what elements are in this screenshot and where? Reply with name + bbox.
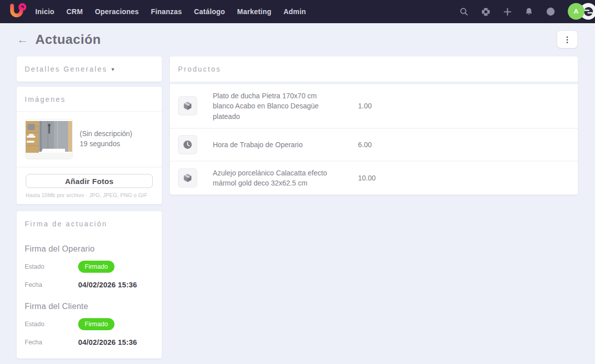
fecha-label: Fecha (25, 281, 78, 288)
product-quantity: 6.00 (358, 141, 372, 149)
product-icon-box (178, 168, 197, 188)
product-name: Plato de ducha Pietra 170x70 cm blanco A… (213, 91, 339, 122)
clock-icon (182, 139, 193, 150)
estado-label: Estado (25, 321, 78, 328)
fecha-row: Fecha 04/02/2026 15:36 (25, 333, 154, 351)
status-badge: Firmado (78, 318, 114, 330)
page-header: ← Actuación ⋮ (0, 25, 595, 53)
product-row[interactable]: Azulejo porcelánico Calacatta efecto már… (170, 161, 578, 195)
product-quantity: 1.00 (358, 102, 372, 110)
product-name: Hora de Trabajo de Operario (213, 140, 339, 150)
estado-row: Estado Firmado (25, 315, 154, 333)
photo-duration: 19 segundos (80, 139, 132, 149)
content-area: Detalles Generales ▾ Imágenes (0, 53, 595, 358)
product-row[interactable]: Hora de Trabajo de Operario 6.00 (170, 128, 578, 161)
photo-thumbnail[interactable] (26, 119, 72, 159)
main-menu: Inicio CRM Operaciones Finanzas Catálogo… (35, 8, 306, 16)
product-quantity: 10.00 (358, 174, 376, 182)
top-navbar: Inicio CRM Operaciones Finanzas Catálogo… (0, 0, 595, 23)
firma-card: Firma de actuación Firma del Operario Es… (17, 211, 162, 358)
status-badge: Firmado (78, 261, 114, 273)
estado-row: Estado Firmado (25, 258, 154, 276)
package-icon (182, 100, 193, 111)
more-options-button[interactable]: ⋮ (557, 30, 578, 48)
package-icon (182, 172, 193, 184)
help-lifering-icon[interactable] (480, 6, 491, 17)
status-circle-icon[interactable] (545, 6, 556, 17)
productos-card: Productos Plato de ducha Pietra 170x70 c… (170, 56, 578, 195)
imagenes-card-header: Imágenes (17, 87, 162, 112)
firma-operario-title: Firma del Operario (25, 245, 154, 254)
upload-hint-text: Hasta 10Mb por archivo · JPG, JPEG, PNG … (26, 192, 153, 198)
nav-item-marketing[interactable]: Marketing (237, 8, 271, 16)
productos-title: Productos (178, 65, 221, 73)
photo-meta: (Sin descripción) 19 segundos (80, 119, 132, 149)
navbar-actions: A (458, 0, 595, 23)
nav-item-admin[interactable]: Admin (283, 8, 306, 16)
detalles-generales-label: Detalles Generales (25, 65, 107, 73)
nav-item-catalogo[interactable]: Catálogo (194, 8, 225, 16)
brand-logo-icon (7, 2, 27, 22)
search-icon[interactable] (458, 6, 469, 17)
chevron-down-icon: ▾ (111, 66, 114, 73)
fecha-value: 04/02/2026 15:36 (78, 281, 137, 289)
photo-list-item[interactable]: (Sin descripción) 19 segundos (17, 112, 162, 167)
nav-item-operaciones[interactable]: Operaciones (95, 8, 139, 16)
add-photos-area: Añadir Fotos Hasta 10Mb por archivo · JP… (17, 167, 162, 204)
nav-item-finanzas[interactable]: Finanzas (151, 8, 182, 16)
add-photos-button[interactable]: Añadir Fotos (26, 174, 153, 188)
firma-card-header: Firma de actuación (25, 211, 154, 236)
app-logo[interactable] (7, 2, 29, 22)
kebab-menu-icon: ⋮ (563, 35, 571, 44)
firma-title: Firma de actuación (25, 220, 107, 228)
back-arrow-icon[interactable]: ← (17, 34, 28, 45)
main-panel: Productos Plato de ducha Pietra 170x70 c… (170, 56, 578, 195)
product-icon-box (178, 135, 197, 154)
notifications-bell-icon[interactable] (523, 6, 534, 17)
user-avatar-group[interactable]: A (567, 0, 595, 23)
product-icon-box (178, 96, 197, 115)
page-title: Actuación (35, 32, 101, 47)
bathroom-photo-image (26, 119, 72, 159)
imagenes-title: Imágenes (25, 95, 66, 103)
nav-item-crm[interactable]: CRM (67, 8, 83, 16)
add-plus-icon[interactable] (502, 6, 513, 17)
firma-cliente-title: Firma del Cliente (25, 302, 154, 311)
product-row[interactable]: Plato de ducha Pietra 170x70 cm blanco A… (170, 84, 578, 128)
left-sidebar: Detalles Generales ▾ Imágenes (17, 56, 162, 358)
detalles-generales-toggle[interactable]: Detalles Generales ▾ (17, 56, 162, 82)
fecha-row: Fecha 04/02/2026 15:36 (25, 276, 154, 294)
fecha-value: 04/02/2026 15:36 (78, 338, 137, 346)
firma-cliente-section: Firma del Cliente Estado Firmado Fecha 0… (25, 302, 154, 351)
productos-card-header: Productos (170, 56, 578, 82)
product-name: Azulejo porcelánico Calacatta efecto már… (213, 168, 339, 189)
fecha-label: Fecha (25, 339, 78, 346)
estado-label: Estado (25, 263, 78, 270)
photo-description: (Sin descripción) (80, 129, 132, 139)
imagenes-card: Imágenes (17, 87, 162, 204)
nav-item-inicio[interactable]: Inicio (35, 8, 54, 16)
user-avatar[interactable]: A (568, 3, 584, 20)
firma-operario-section: Firma del Operario Estado Firmado Fecha … (25, 245, 154, 294)
